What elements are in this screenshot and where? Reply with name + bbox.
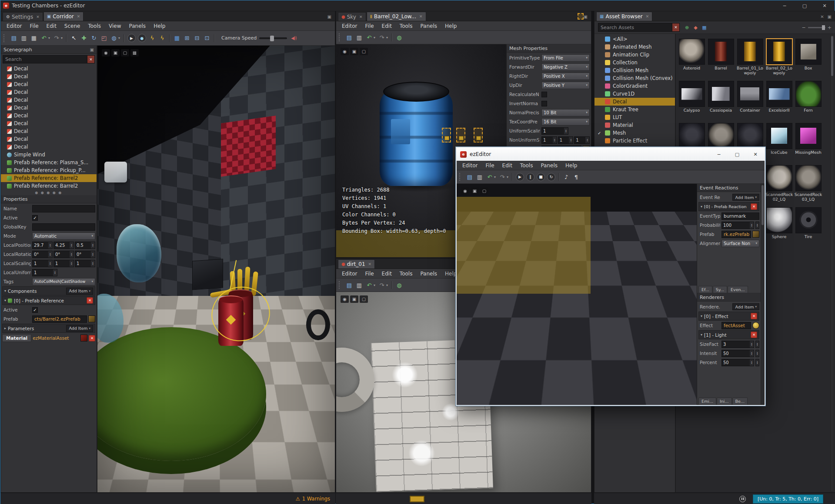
maximize-button[interactable]: ▢ <box>795 0 815 11</box>
asset-thumb[interactable]: Barrel_01_Lowpoly <box>735 37 765 80</box>
asset-type-item[interactable]: ✓ Collision Mesh <box>595 66 675 74</box>
open-icon[interactable]: ▥ <box>354 33 364 42</box>
loop-button[interactable]: ↻ <box>547 173 555 181</box>
maximize-viewport-icon[interactable]: ▢ <box>121 49 129 56</box>
lightning-icon[interactable]: ϟ <box>147 33 157 43</box>
scaling-z-stepper[interactable]: 1 <box>75 260 95 267</box>
scale-gizmo-icon[interactable]: ◰ <box>99 33 109 43</box>
snap-rotation-icon[interactable]: ⊟ <box>192 33 202 43</box>
tab-close-icon[interactable]: ✕ <box>368 262 372 266</box>
section-tab[interactable]: Emi... <box>698 398 716 405</box>
nonuniform-z-stepper[interactable]: 1 <box>574 136 590 144</box>
copy-icon[interactable]: ▦ <box>29 33 39 43</box>
snap-position-icon[interactable]: ⊞ <box>182 33 192 43</box>
asset-type-item[interactable]: ✓ Particle Effect <box>595 137 675 145</box>
tab-close-icon[interactable]: ✕ <box>646 14 649 19</box>
grid-icon[interactable]: ▦ <box>172 33 182 43</box>
pause-button[interactable]: ‖ <box>526 173 534 181</box>
scrollbar-thumb[interactable] <box>762 185 764 225</box>
up-dir-dropdown[interactable]: Positive Y <box>541 82 590 89</box>
asset-type-item[interactable]: ✓ <All> <box>595 35 675 43</box>
menu-tools[interactable]: Tools <box>396 269 417 278</box>
separator[interactable] <box>169 34 170 42</box>
menu-panels[interactable]: Panels <box>537 161 561 170</box>
scrollbar-thumb[interactable] <box>831 36 833 76</box>
add-renderer-button[interactable]: Add Item <box>732 303 759 310</box>
remove-material-button[interactable]: ✕ <box>89 335 95 342</box>
panel-close-icon[interactable]: ✕ <box>820 14 824 19</box>
audio-mute-icon[interactable]: ◀)) <box>291 36 297 40</box>
asset-thumb[interactable]: Barrel <box>706 37 735 80</box>
particle-window-titlebar[interactable]: e ezEditor ─ ▢ ✕ <box>457 148 765 161</box>
variance-stepper[interactable] <box>755 359 759 366</box>
tab-close-icon[interactable]: ✕ <box>36 15 40 19</box>
scaling-x-stepper[interactable]: 1 <box>32 260 53 267</box>
menu-editor[interactable]: Editor <box>338 269 361 278</box>
search-clear-icon[interactable]: ✕ <box>87 55 95 63</box>
asset-thumb[interactable]: Box <box>794 37 823 80</box>
scenegraph-item[interactable]: Decal <box>1 119 97 127</box>
scenegraph-item[interactable]: Decal <box>1 73 97 80</box>
camera-icon[interactable]: ▣ <box>471 187 479 195</box>
asset-thumb[interactable]: Tire <box>794 206 823 248</box>
asset-thumb[interactable]: ScannedRock03_LQ <box>794 164 823 206</box>
nonuniform-y-stepper[interactable]: 1 <box>558 136 574 144</box>
tab-close-icon[interactable]: ✕ <box>359 15 363 19</box>
event-type-input[interactable] <box>721 212 759 220</box>
asset-grid-scrollbar[interactable] <box>830 35 834 491</box>
snap-scale-icon[interactable]: ⊡ <box>202 33 212 43</box>
tab-barrel-02-lowpoly[interactable]: ▮ Barrel_02_Low... ✕ <box>367 12 426 21</box>
render-mode-icon[interactable]: ◉ <box>461 187 469 195</box>
panel-dock-icon[interactable]: ▣ <box>90 47 94 52</box>
toolbar-grip[interactable] <box>459 173 462 181</box>
camera-icon[interactable]: ▣ <box>111 49 120 56</box>
asset-type-item[interactable]: ✓ ColorGradient <box>595 82 675 90</box>
undo-options-icon[interactable]: ▾ <box>372 280 377 290</box>
sound-icon[interactable]: ♪ <box>561 172 571 182</box>
separator[interactable] <box>124 34 124 42</box>
close-button[interactable]: ✕ <box>815 0 835 11</box>
asset-transform-icon[interactable]: ◍ <box>394 280 404 290</box>
invert-normals-checkbox[interactable] <box>541 101 547 106</box>
asset-thumb[interactable]: Sphere <box>765 206 794 248</box>
separator[interactable] <box>391 33 392 41</box>
toolbar-grip[interactable] <box>3 34 7 42</box>
asset-type-item[interactable]: ✓ Collision Mesh (Convex) <box>595 74 675 82</box>
rotation-y-stepper[interactable]: 0° <box>53 251 74 258</box>
name-field[interactable] <box>32 205 95 212</box>
scenegraph-item[interactable]: Decal <box>1 104 97 112</box>
menu-view[interactable]: View <box>105 21 125 30</box>
asset-type-item[interactable]: ✓ LUT <box>595 113 675 121</box>
separator[interactable] <box>66 34 67 42</box>
asset-type-item[interactable]: ✓ Mesh <box>595 129 675 137</box>
redo-options-icon[interactable]: ▾ <box>385 33 389 42</box>
menu-tools[interactable]: Tools <box>84 21 105 30</box>
probability-stepper[interactable]: 100 <box>721 222 754 229</box>
remove-light-button[interactable]: ✕ <box>751 332 757 338</box>
forward-dir-dropdown[interactable]: Negative Z <box>541 63 590 71</box>
asset-thumb[interactable]: Container <box>735 80 765 122</box>
save-icon[interactable]: ▤ <box>9 33 19 43</box>
globalkey-field[interactable] <box>32 223 95 231</box>
alignment-dropdown[interactable]: Surface Non <box>721 240 759 247</box>
light-section-header[interactable]: ▾ [1] - Light ✕ <box>698 330 759 339</box>
asset-thumb[interactable]: Asteroid <box>677 37 706 80</box>
position-y-stepper[interactable]: 4.25 <box>53 242 74 249</box>
asset-thumb[interactable]: IceCube <box>765 122 794 164</box>
separator[interactable] <box>512 173 513 181</box>
render-mode-icon[interactable]: ◉ <box>102 49 110 56</box>
recalculate-normals-checkbox[interactable] <box>541 92 547 97</box>
view-options-icon[interactable]: ▦ <box>700 23 708 32</box>
scenegraph-item[interactable]: Prefab Reference: Plasma_S... <box>1 159 97 166</box>
panel-scrollbar[interactable] <box>761 184 765 405</box>
minimize-button[interactable]: ─ <box>710 148 728 161</box>
simulate-icon[interactable]: ● <box>138 34 146 42</box>
nonuniform-x-stepper[interactable]: 1 <box>541 136 557 144</box>
section-tab[interactable]: Sy... <box>713 286 727 293</box>
asset-thumb[interactable]: ScannedRock02_LQ <box>765 164 794 206</box>
asset-type-item[interactable]: ✓ Material <box>595 121 675 129</box>
material-color-swatch[interactable] <box>80 335 87 342</box>
section-tab[interactable]: Ini... <box>717 398 732 405</box>
undo-options-icon[interactable]: ▾ <box>47 33 51 43</box>
size-plus-icon[interactable]: + <box>828 25 832 30</box>
